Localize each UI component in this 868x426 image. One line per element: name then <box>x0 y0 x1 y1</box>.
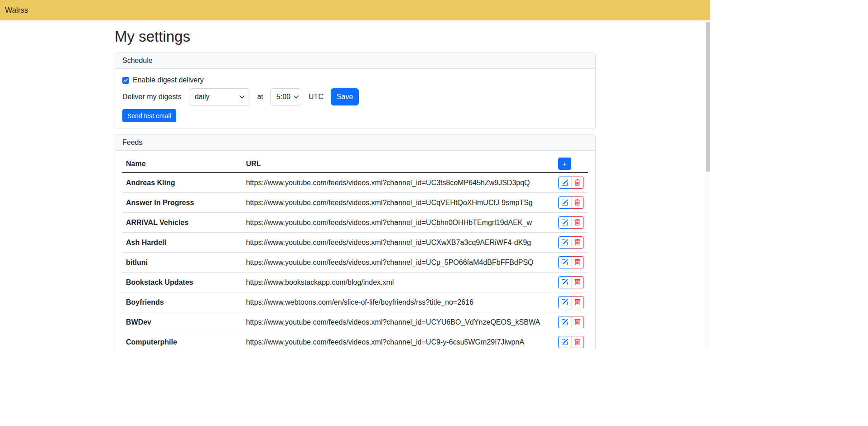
feed-actions <box>555 233 588 253</box>
navbar: Walrss <box>0 0 710 20</box>
feed-action-group <box>558 316 584 328</box>
pencil-square-icon <box>561 279 568 286</box>
delete-feed-button[interactable] <box>571 236 584 249</box>
pencil-square-icon <box>561 319 568 325</box>
trash-icon <box>574 239 581 246</box>
frequency-selected-value: daily <box>195 93 210 101</box>
feed-actions <box>555 172 588 193</box>
time-select[interactable]: 5:00 <box>270 88 301 105</box>
feeds-card-body: Name URL + Andreas Kling https://w <box>115 151 595 349</box>
trash-icon <box>574 319 581 325</box>
delete-feed-button[interactable] <box>571 296 584 308</box>
feed-url: https://www.youtube.com/feeds/videos.xml… <box>242 312 555 332</box>
feed-url: https://www.youtube.com/feeds/videos.xml… <box>242 233 555 253</box>
trash-icon <box>574 279 581 286</box>
send-test-email-button[interactable]: Send test email <box>122 109 176 122</box>
edit-feed-button[interactable] <box>558 216 571 229</box>
feed-row: bitluni https://www.youtube.com/feeds/vi… <box>122 253 588 273</box>
feed-action-group <box>558 216 584 229</box>
edit-feed-button[interactable] <box>558 196 571 209</box>
trash-icon <box>574 219 581 226</box>
timezone-label: UTC <box>309 93 323 101</box>
delete-feed-button[interactable] <box>571 276 584 288</box>
schedule-card-header: Schedule <box>115 53 595 69</box>
navbar-brand[interactable]: Walrss <box>5 6 28 15</box>
feeds-table: Name URL + Andreas Kling https://w <box>122 157 588 349</box>
feed-url: https://www.webtoons.com/en/slice-of-lif… <box>242 292 555 312</box>
delete-feed-button[interactable] <box>571 256 584 268</box>
feed-action-group <box>558 276 584 288</box>
edit-feed-button[interactable] <box>558 296 571 308</box>
feeds-card: Feeds Name URL + <box>115 134 596 349</box>
chevron-down-icon <box>293 94 299 100</box>
pencil-square-icon <box>561 259 568 266</box>
feeds-card-header: Feeds <box>115 135 595 151</box>
browser-viewport: Walrss My settings Schedule Enable diges… <box>0 0 710 349</box>
feed-url: https://www.bookstackapp.com/blog/index.… <box>242 273 555 292</box>
feed-action-group <box>558 336 584 348</box>
feed-row: Andreas Kling https://www.youtube.com/fe… <box>122 172 588 193</box>
feed-action-group <box>558 296 584 308</box>
edit-feed-button[interactable] <box>558 256 571 268</box>
pencil-square-icon <box>561 239 568 246</box>
feed-actions <box>555 292 588 312</box>
page-title: My settings <box>115 28 596 45</box>
pencil-square-icon <box>561 339 568 345</box>
feed-actions <box>555 193 588 213</box>
edit-feed-button[interactable] <box>558 177 571 189</box>
feed-url: https://www.youtube.com/feeds/videos.xml… <box>242 172 555 193</box>
feed-actions <box>555 213 588 233</box>
feed-name: Answer In Progress <box>122 193 242 213</box>
feeds-table-header-row: Name URL + <box>122 157 588 172</box>
feed-row: Bookstack Updates https://www.bookstacka… <box>122 273 588 292</box>
trash-icon <box>574 339 581 345</box>
column-header-actions: + <box>555 157 588 172</box>
feed-row: Answer In Progress https://www.youtube.c… <box>122 193 588 213</box>
main-content: My settings Schedule Enable digest deliv… <box>115 28 596 349</box>
scrollbar[interactable] <box>705 20 710 349</box>
feed-row: Ash Hardell https://www.youtube.com/feed… <box>122 233 588 253</box>
trash-icon <box>574 259 581 266</box>
feed-action-group <box>558 236 584 249</box>
pencil-square-icon <box>561 219 568 226</box>
delete-feed-button[interactable] <box>571 336 584 348</box>
delete-feed-button[interactable] <box>571 216 584 229</box>
edit-feed-button[interactable] <box>558 336 571 348</box>
at-label: at <box>257 93 263 101</box>
feed-url: https://www.youtube.com/feeds/videos.xml… <box>242 332 555 349</box>
enable-digest-label[interactable]: Enable digest delivery <box>133 76 204 84</box>
feed-url: https://www.youtube.com/feeds/videos.xml… <box>242 213 555 233</box>
schedule-card-body: Enable digest delivery Deliver my digest… <box>115 69 595 129</box>
trash-icon <box>574 179 581 186</box>
feed-name: bitluni <box>122 253 242 273</box>
frequency-select[interactable]: daily <box>189 88 250 105</box>
feed-actions <box>555 312 588 332</box>
enable-digest-row: Enable digest delivery <box>122 75 588 86</box>
feed-name: ARRIVAL Vehicles <box>122 213 242 233</box>
time-selected-value: 5:00 <box>276 93 290 101</box>
chevron-down-icon <box>239 94 245 100</box>
feed-action-group <box>558 256 584 268</box>
scrollbar-thumb[interactable] <box>706 22 710 172</box>
delete-feed-button[interactable] <box>571 316 584 328</box>
delete-feed-button[interactable] <box>571 196 584 209</box>
deliver-label: Deliver my digests <box>122 93 182 101</box>
column-header-url: URL <box>242 157 555 172</box>
feed-url: https://www.youtube.com/feeds/videos.xml… <box>242 193 555 213</box>
feed-row: Computerphile https://www.youtube.com/fe… <box>122 332 588 349</box>
delivery-controls-row: Deliver my digests daily at 5:00 <box>122 88 588 105</box>
edit-feed-button[interactable] <box>558 316 571 328</box>
feed-name: Boyfriends <box>122 292 242 312</box>
check-icon <box>123 78 128 83</box>
pencil-square-icon <box>561 299 568 306</box>
save-button[interactable]: Save <box>331 88 359 105</box>
feed-row: ARRIVAL Vehicles https://www.youtube.com… <box>122 213 588 233</box>
feed-actions <box>555 332 588 349</box>
edit-feed-button[interactable] <box>558 236 571 249</box>
add-feed-button[interactable]: + <box>558 158 571 170</box>
test-email-row: Send test email <box>122 109 588 122</box>
feed-action-group <box>558 196 584 209</box>
edit-feed-button[interactable] <box>558 276 571 288</box>
delete-feed-button[interactable] <box>571 177 584 189</box>
enable-digest-checkbox[interactable] <box>122 77 129 84</box>
